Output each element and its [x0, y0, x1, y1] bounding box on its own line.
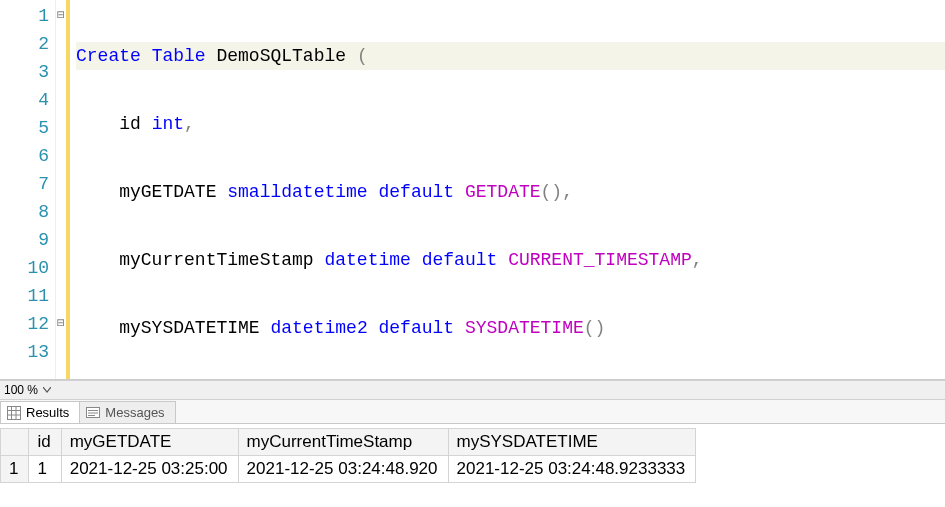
line-number: 3 — [0, 58, 49, 86]
line-number: 6 — [0, 142, 49, 170]
messages-icon — [86, 406, 100, 420]
zoom-level-label[interactable]: 100 % — [4, 383, 38, 397]
line-number: 8 — [0, 198, 49, 226]
table-row[interactable]: 1 1 2021-12-25 03:25:00 2021-12-25 03:24… — [1, 456, 696, 483]
line-number: 11 — [0, 282, 49, 310]
svg-rect-0 — [8, 406, 21, 419]
results-grid[interactable]: id myGETDATE myCurrentTimeStamp mySYSDAT… — [0, 428, 696, 483]
column-header[interactable]: myGETDATE — [61, 429, 238, 456]
column-header[interactable]: myCurrentTimeStamp — [238, 429, 448, 456]
tab-results[interactable]: Results — [0, 401, 80, 423]
cell-mycurrenttimestamp[interactable]: 2021-12-25 03:24:48.920 — [238, 456, 448, 483]
fold-marker-icon[interactable]: ⊟ — [56, 2, 66, 30]
cell-mysysdatetime[interactable]: 2021-12-25 03:24:48.9233333 — [448, 456, 696, 483]
code-line[interactable]: Create Table DemoSQLTable ( — [76, 42, 945, 70]
line-number: 2 — [0, 30, 49, 58]
cell-id[interactable]: 1 — [29, 456, 61, 483]
grid-icon — [7, 406, 21, 420]
code-line[interactable]: myGETDATE smalldatetime default GETDATE(… — [76, 178, 945, 206]
fold-gutter: ⊟ ⊟ — [56, 0, 70, 379]
zoom-bar: 100 % — [0, 380, 945, 400]
line-number: 12 — [0, 310, 49, 338]
code-line[interactable]: myCurrentTimeStamp datetime default CURR… — [76, 246, 945, 274]
cell-mygetdate[interactable]: 2021-12-25 03:25:00 — [61, 456, 238, 483]
line-number: 7 — [0, 170, 49, 198]
column-header[interactable]: id — [29, 429, 61, 456]
line-number: 10 — [0, 254, 49, 282]
chevron-down-icon[interactable] — [42, 385, 52, 395]
column-header[interactable]: mySYSDATETIME — [448, 429, 696, 456]
grid-corner — [1, 429, 29, 456]
code-line[interactable]: id int, — [76, 110, 945, 138]
line-number: 1 — [0, 2, 49, 30]
line-number: 9 — [0, 226, 49, 254]
line-number: 4 — [0, 86, 49, 114]
tab-label: Messages — [105, 405, 164, 420]
line-number: 13 — [0, 338, 49, 366]
code-line[interactable]: mySYSDATETIME datetime2 default SYSDATET… — [76, 314, 945, 342]
header-row: id myGETDATE myCurrentTimeStamp mySYSDAT… — [1, 429, 696, 456]
code-editor[interactable]: 1 2 3 4 5 6 7 8 9 10 11 12 13 ⊟ ⊟ Create… — [0, 0, 945, 380]
fold-marker-icon[interactable]: ⊟ — [56, 310, 66, 338]
code-area[interactable]: Create Table DemoSQLTable ( id int, myGE… — [70, 0, 945, 379]
results-panel: id myGETDATE myCurrentTimeStamp mySYSDAT… — [0, 428, 945, 483]
tab-label: Results — [26, 405, 69, 420]
line-number-gutter: 1 2 3 4 5 6 7 8 9 10 11 12 13 — [0, 0, 56, 379]
line-number: 5 — [0, 114, 49, 142]
results-tabs: Results Messages — [0, 400, 945, 424]
tab-messages[interactable]: Messages — [79, 401, 175, 423]
row-number[interactable]: 1 — [1, 456, 29, 483]
